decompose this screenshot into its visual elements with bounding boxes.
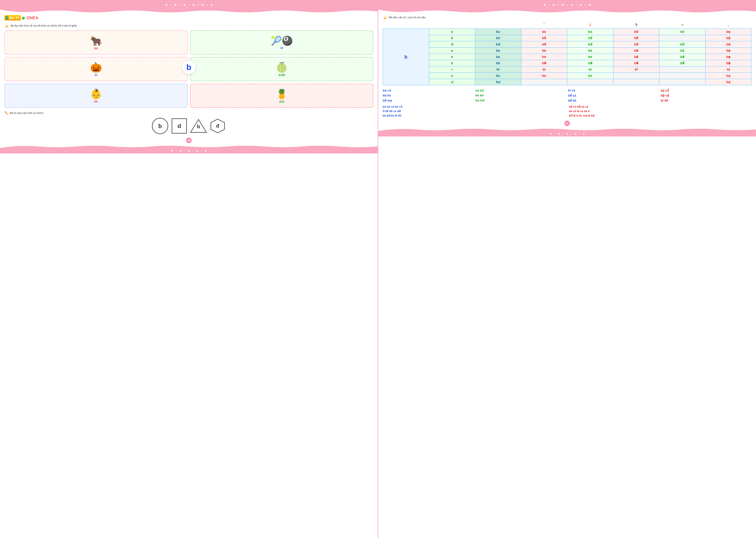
- cell-bu-grave: bù: [521, 73, 567, 79]
- label-bi2: bí: [95, 73, 97, 77]
- cell-bơ: bơ: [475, 41, 521, 47]
- cell-bơ-tilde: bỡ: [659, 41, 705, 47]
- tone-hook: ?: [613, 22, 659, 28]
- cell-bê-dot: bệ: [705, 60, 752, 66]
- sentence-4: bà bế bé đi đò: [383, 114, 565, 117]
- tone-header-row: ` / ? ~ .: [383, 22, 751, 28]
- cell-i: i: [429, 66, 475, 73]
- cell-ô: ô: [429, 35, 475, 41]
- banana-icon2: 🍌: [383, 15, 387, 20]
- sentence-1: bố có bể cá cò: [569, 105, 752, 108]
- cell-bo: bo: [475, 28, 521, 35]
- table-row-ô: ô bô bồ bố bổ bộ: [383, 35, 751, 41]
- cell-bu-acute: bú: [567, 73, 613, 79]
- hexagon-letter: đ: [216, 123, 219, 129]
- cell-bư: bư: [475, 79, 521, 85]
- balls-image: 🎾🎱: [271, 36, 293, 45]
- cell-bê-acute: bế: [567, 60, 613, 66]
- cell-be-grave: bè: [521, 54, 567, 60]
- arrow-icon: ▶: [22, 16, 25, 20]
- syllable-table: ` / ? ~ . b o bo bò bó bỏ: [383, 22, 752, 85]
- cell-bư-dot: bự: [705, 79, 752, 85]
- label-bo: bò: [94, 47, 98, 50]
- table-row-i: i bi bì bí bỉ bị: [383, 66, 751, 73]
- section1-instr-text: Bé đọc tên hình vẽ và nối hình có chữ b …: [11, 24, 77, 27]
- image-card-buoi: 🍈 bưởi: [190, 57, 373, 81]
- cow-image: 🐂: [90, 36, 102, 46]
- right-instr-text: Bé đọc các từ, cụm từ và câu:: [389, 16, 426, 19]
- page-number-right: 31: [564, 121, 570, 126]
- cell-bê: bê: [475, 60, 521, 66]
- cell-bi: bi: [475, 66, 521, 73]
- word-item-9: ba má: [476, 99, 566, 102]
- circle-shape: b: [152, 118, 168, 134]
- cell-ư: ư: [429, 79, 475, 85]
- image-card-be: 👶 bé: [4, 84, 187, 108]
- triangle-letter: b: [197, 124, 200, 130]
- section1-instruction: 🍌 Bé đọc tên hình vẽ và nối hình có chữ …: [4, 24, 373, 28]
- shape-circle: b: [152, 118, 168, 134]
- word-grid: bó cỏ vó bỏ bi ve bá cổ bà ba be bé bể c…: [383, 89, 752, 102]
- label-be: bé: [94, 100, 98, 103]
- word-item-10: bế bé: [568, 99, 659, 102]
- tone-dot: .: [705, 22, 752, 28]
- center-b-letter: b: [186, 63, 191, 72]
- sentence-5: bố đi ô tô, mẹ đi bộ: [569, 114, 752, 117]
- cell-bo-tilde: bõ: [659, 28, 705, 35]
- cell-ba-grave: bà: [521, 47, 567, 54]
- image-grid-wrapper: 🐂 bò 🎾🎱 bi 🎃 bí 🍈 bưởi 👶 bé: [4, 30, 373, 108]
- cell-bu-tilde: [659, 73, 705, 79]
- cell-bo-grave: bò: [521, 28, 567, 35]
- cell-ê: ê: [429, 60, 475, 66]
- circle-letter: b: [158, 123, 162, 130]
- square-letter: d: [177, 123, 181, 130]
- sentence-0: bò bê có bó cỏ: [383, 105, 565, 108]
- cell-bu-hook: [613, 73, 659, 79]
- shapes-grid: b d b đ: [4, 118, 373, 134]
- cell-bi-hook: bỉ: [613, 66, 659, 73]
- cell-ba-tilde: bã: [659, 47, 705, 54]
- cell-bo-hook: bỏ: [613, 28, 659, 35]
- cell-a: a: [429, 47, 475, 54]
- shape-hexagon: đ: [209, 118, 226, 134]
- image-card-bi2: 🎃 bí: [4, 57, 187, 81]
- cell-e: e: [429, 54, 475, 60]
- section2-instr-text: Bé tô màu vào hình có chữ b:: [10, 112, 44, 115]
- right-section-instruction: 🍌 Bé đọc các từ, cụm từ và câu:: [383, 15, 752, 20]
- cell-bô-hook: bổ: [613, 35, 659, 41]
- cell-bu-dot: bụ: [705, 73, 752, 79]
- tone-acute: /: [567, 22, 613, 28]
- cell-bô-tilde: [659, 35, 705, 41]
- word-item-4: bà ba: [383, 94, 474, 97]
- sentence-3: bé có bi ve bé lí: [569, 110, 752, 113]
- cell-b-main: b: [383, 28, 429, 85]
- lesson-title: Bài 19 ▶ Chữ b: [4, 15, 373, 21]
- table-row-ư: ư bư bự: [383, 79, 751, 85]
- cell-bô: bô: [475, 35, 521, 41]
- cell-bi-dot: bị: [705, 66, 752, 73]
- cell-bơ-hook: bở: [613, 41, 659, 47]
- cell-bư-grave: [521, 79, 567, 85]
- cell-ba-acute: bá: [567, 47, 613, 54]
- bai-label: Bài 19: [9, 16, 19, 20]
- pumpkin-image: 🎃: [90, 63, 102, 72]
- cell-be-tilde: bẽ: [659, 54, 705, 60]
- table-row-a: a ba bà bá bả bã bạ: [383, 47, 751, 54]
- tone-grave: `: [521, 22, 567, 28]
- cell-bô-acute: bố: [567, 35, 613, 41]
- baby-image: 👶: [90, 89, 102, 99]
- page-number-left: 30: [186, 137, 192, 143]
- word-item-3: bá cổ: [661, 89, 752, 92]
- word-item-5: be bé: [476, 94, 566, 97]
- cell-bư-tilde: [659, 79, 705, 85]
- shape-triangle: b: [190, 118, 207, 134]
- cell-bơ-dot: bợ: [705, 41, 752, 47]
- label-bi: bi: [280, 46, 283, 50]
- word-item-11: bí đỏ: [661, 99, 752, 102]
- word-item-7: bệ vệ: [661, 94, 752, 97]
- table-row-e: e be bè bé bẻ bẽ bẹ: [383, 54, 751, 60]
- chu-label: Chữ b: [26, 16, 38, 20]
- cell-be-acute: bé: [567, 54, 613, 60]
- cell-bư-hook: [613, 79, 659, 85]
- cell-bơ-grave: bờ: [521, 41, 567, 47]
